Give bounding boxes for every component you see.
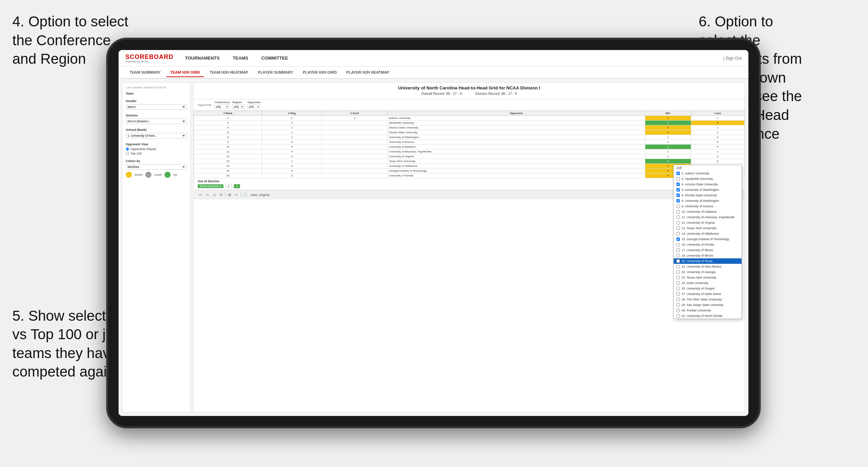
dropdown-checkbox[interactable] (676, 221, 680, 224)
dropdown-item[interactable]: 8. University of Washington (674, 198, 742, 204)
refresh-icon[interactable]: ⟳ (218, 192, 224, 198)
cell-rag: 2 (262, 121, 322, 125)
dropdown-item[interactable]: 11. University of Arkansas, Fayetteville (674, 214, 742, 220)
dropdown-item-label: 21. University of New Mexico (682, 265, 721, 268)
cell-opponent: University of Oklahoma (387, 164, 645, 169)
undo-icon[interactable]: ↩ (198, 192, 203, 198)
dropdown-checkbox[interactable] (676, 303, 680, 307)
cell-rag: 5 (262, 145, 322, 149)
dropdown-item[interactable]: 14. University of Oklahoma (674, 231, 742, 236)
cut-icon[interactable]: ✂ (234, 192, 239, 198)
dropdown-checkbox[interactable] (676, 276, 680, 279)
redo-icon[interactable]: ↪ (205, 192, 210, 198)
colour-by-select[interactable]: Win/loss (126, 164, 187, 170)
nav-teams[interactable]: TEAMS (231, 56, 250, 61)
dropdown-checkbox[interactable] (676, 265, 680, 268)
dropdown-item[interactable]: 10. University of Alabama (674, 209, 742, 214)
dropdown-checkbox[interactable] (676, 270, 680, 274)
dropdown-item[interactable]: 2. Auburn University (674, 171, 742, 176)
dropdown-checkbox[interactable] (676, 287, 680, 290)
dropdown-checkbox[interactable] (676, 216, 680, 219)
dropdown-checkbox[interactable] (676, 205, 680, 208)
dropdown-item[interactable]: 30. Purdue University (674, 308, 742, 313)
dropdown-checkbox[interactable] (676, 243, 680, 246)
cell-conf: 1 (322, 116, 388, 121)
dropdown-item[interactable]: 23. Texas A&M University (674, 275, 742, 280)
dropdown-checkbox[interactable] (676, 226, 680, 230)
dropdown-item[interactable]: 6. Florida State University (674, 193, 742, 198)
cell-rank: 11 (194, 149, 262, 154)
dropdown-item[interactable]: 15. Georgia Institute of Technology (674, 236, 742, 242)
tab-player-h2h-grid[interactable]: PLAYER H2H GRID (298, 68, 341, 77)
radio-top-100-input[interactable] (126, 152, 129, 155)
dropdown-item[interactable]: 4. Arizona State University (674, 182, 742, 187)
dropdown-checkbox[interactable] (676, 210, 680, 213)
tab-player-summary[interactable]: PLAYER SUMMARY (254, 68, 297, 77)
cell-loss: 0 (691, 135, 744, 140)
dropdown-checkbox[interactable] (676, 292, 680, 296)
cell-opponent: University of Alabama (387, 145, 645, 149)
dropdown-item[interactable]: 29. San Diego State University (674, 302, 742, 308)
dropdown-item[interactable]: 28. The Ohio State University (674, 297, 742, 302)
dropdown-item[interactable]: 25. University of Oregon (674, 286, 742, 291)
dropdown-checkbox[interactable] (676, 281, 680, 285)
dropdown-item[interactable]: 13. Texas Tech University (674, 225, 742, 231)
tab-team-h2h-heatmap[interactable]: TEAM H2H HEATMAP (205, 68, 252, 77)
dropdown-checkbox[interactable] (676, 298, 680, 301)
dropdown-item[interactable]: 9. University of Arizona (674, 204, 742, 209)
school-rank-select[interactable]: 1. University of Nort... (126, 133, 187, 138)
division-select[interactable]: NCAA Division I (126, 119, 187, 124)
dropdown-checkbox[interactable] (676, 248, 680, 252)
cell-loss: 0 (691, 159, 744, 164)
opponent-dropdown[interactable]: (All) 2. Auburn University 3. Vanderbilt… (673, 165, 742, 319)
radio-opponents-played[interactable]: Opponents Played (126, 147, 187, 151)
dropdown-item[interactable]: 21. University of New Mexico (674, 264, 742, 269)
dropdown-checkbox[interactable] (676, 199, 680, 202)
cell-conf (322, 145, 388, 149)
dropdown-item[interactable]: 18. University of Illinois (674, 253, 742, 258)
gender-label: Gender (126, 99, 187, 103)
dropdown-item[interactable]: 27. University of Notre Dame (674, 291, 742, 297)
dropdown-item[interactable]: 12. University of Virginia (674, 220, 742, 225)
cell-rag: 6 (262, 149, 322, 154)
dropdown-checkbox[interactable] (676, 194, 680, 197)
dropdown-checkbox[interactable] (676, 232, 680, 235)
tab-team-h2h-grid[interactable]: TEAM H2H GRID (166, 68, 204, 77)
copy-icon[interactable]: ⊞ (227, 192, 232, 198)
dropdown-checkbox[interactable] (676, 314, 680, 318)
dropdown-checkbox[interactable] (676, 309, 680, 312)
dropdown-item[interactable]: 20. University of Texas (674, 258, 742, 264)
tab-team-summary[interactable]: TEAM SUMMARY (125, 68, 165, 77)
dropdown-checkbox[interactable] (676, 237, 680, 241)
dropdown-item[interactable]: 24. Duke University (674, 280, 742, 286)
back-icon[interactable]: ◁ (211, 192, 217, 198)
dropdown-item[interactable]: 22. University of Georgia (674, 269, 742, 275)
nav-committee[interactable]: COMMITTEE (260, 56, 289, 61)
record-row: Overall Record: 89 - 17 - 0 Division Rec… (198, 92, 741, 96)
cell-conf (322, 149, 388, 154)
nav-sign-out[interactable]: | Sign Out (723, 56, 742, 61)
dropdown-item[interactable]: 17. University of Illinois (674, 247, 742, 253)
filter-conference-select[interactable]: (All) (215, 105, 230, 109)
radio-opponents-played-input[interactable] (126, 147, 129, 151)
dropdown-item[interactable]: 31. University of North Florida (674, 313, 742, 319)
filter-region-select[interactable]: (All) (232, 105, 245, 109)
tab-player-h2h-heatmap[interactable]: PLAYER H2H HEATMAP (342, 68, 393, 77)
radio-top-100[interactable]: Top 100 (126, 152, 187, 155)
dropdown-item[interactable]: 16. University of Florida (674, 242, 742, 247)
dropdown-checkbox[interactable] (676, 183, 680, 186)
cell-loss: 1 (691, 149, 744, 154)
dropdown-checkbox[interactable] (676, 172, 680, 175)
dropdown-item[interactable]: (All) (674, 165, 742, 171)
dropdown-checkbox[interactable] (676, 254, 680, 257)
dropdown-item[interactable]: 5. University of Washington (674, 187, 742, 193)
dropdown-checkbox[interactable] (676, 177, 680, 181)
gender-select[interactable]: Men's (126, 104, 187, 110)
dropdown-checkbox[interactable] (676, 259, 680, 263)
view-label: View: Original (250, 193, 269, 197)
filter-opponent-select[interactable]: (All) (247, 105, 260, 109)
clock-icon[interactable]: 🕐 (242, 192, 248, 198)
dropdown-checkbox[interactable] (676, 188, 680, 192)
dropdown-item[interactable]: 3. Vanderbilt University (674, 176, 742, 182)
nav-tournaments[interactable]: TOURNAMENTS (184, 56, 221, 61)
